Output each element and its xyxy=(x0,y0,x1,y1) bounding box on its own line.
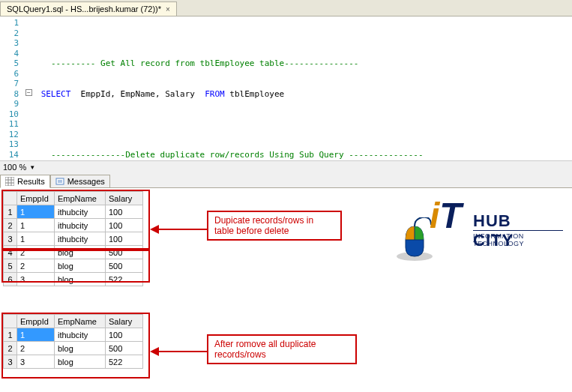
svg-rect-5 xyxy=(56,178,64,184)
code-keyword: FROM xyxy=(205,89,225,99)
tab-messages-label: Messages xyxy=(67,177,105,186)
code-text: EmppId, EmpName, Salary xyxy=(70,89,205,99)
tab-bar: SQLQuery1.sql - HS...brijesh.kumar (72))… xyxy=(0,0,572,16)
callout-text: After romove all duplicate records/rows xyxy=(214,339,316,360)
code-comment: --------- Get All record from tblEmploye… xyxy=(51,58,359,68)
annotation-box xyxy=(1,313,150,379)
logo-divider xyxy=(473,230,563,231)
callout-before: Dupicate records/rows in table before de… xyxy=(207,211,342,241)
line-number: 6 xyxy=(0,69,19,79)
logo-subtitle: INFORMATION TECHNOLOGY xyxy=(473,232,550,247)
line-number: 13 xyxy=(0,139,19,150)
callout-after: After romove all duplicate records/rows xyxy=(207,334,357,364)
line-number: 14 xyxy=(0,150,19,160)
code-keyword: SELECT xyxy=(41,89,71,99)
callout-text: Dupicate records/rows in table before de… xyxy=(214,215,313,236)
line-number: 10 xyxy=(0,109,19,120)
line-number: 3 xyxy=(0,38,19,49)
line-number: 7 xyxy=(0,79,19,89)
tab-results-label: Results xyxy=(17,177,45,186)
chevron-down-icon[interactable]: ▼ xyxy=(29,164,35,171)
annotation-box xyxy=(1,250,150,283)
line-number: 11 xyxy=(0,119,19,130)
tab-messages[interactable]: Messages xyxy=(50,175,110,188)
line-number: 8 xyxy=(0,89,19,100)
sql-editor[interactable]: 1 2 3 4 5 6 7 8 9 10 11 12 13 14 -------… xyxy=(0,16,572,160)
line-number: 4 xyxy=(0,49,19,59)
line-number: 12 xyxy=(0,130,19,140)
message-icon xyxy=(55,177,64,186)
line-number: 1 xyxy=(0,18,19,28)
logo-it: iT xyxy=(430,195,462,236)
line-number: 9 xyxy=(0,99,19,109)
zoom-bar: 100 % ▼ xyxy=(0,160,572,173)
code-text: tblEmployee xyxy=(225,89,284,99)
line-number: 5 xyxy=(0,58,19,69)
ithubcity-logo: iT HUB CITY INFORMATION TECHNOLOGY xyxy=(385,195,550,277)
svg-marker-11 xyxy=(150,347,159,356)
file-tab[interactable]: SQLQuery1.sql - HS...brijesh.kumar (72))… xyxy=(0,1,177,16)
tab-results[interactable]: Results xyxy=(0,175,50,188)
annotation-box xyxy=(1,190,150,250)
line-gutter: 1 2 3 4 5 6 7 8 9 10 11 12 13 14 xyxy=(0,16,22,160)
line-number: 2 xyxy=(0,28,19,39)
arrow-icon xyxy=(150,344,207,361)
file-tab-title: SQLQuery1.sql - HS...brijesh.kumar (72))… xyxy=(7,4,161,13)
svg-marker-9 xyxy=(150,225,159,234)
close-icon[interactable]: × xyxy=(166,5,170,13)
fold-icon[interactable]: − xyxy=(25,89,32,96)
svg-rect-0 xyxy=(5,177,14,186)
results-tabstrip: Results Messages xyxy=(0,173,572,188)
arrow-icon xyxy=(150,222,207,239)
zoom-level[interactable]: 100 % xyxy=(3,163,26,172)
code-comment: ---------------Delete duplicate row/reco… xyxy=(51,150,424,160)
grid-icon xyxy=(5,177,14,186)
code-area[interactable]: --------- Get All record from tblEmploye… xyxy=(22,16,572,160)
